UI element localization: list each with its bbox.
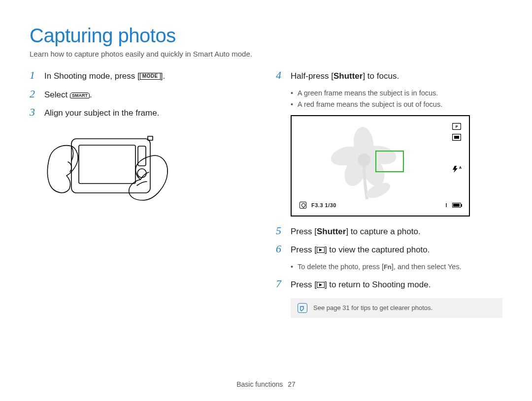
playback-icon xyxy=(317,282,325,288)
step-text: Press [Shutter] to capture a photo. xyxy=(291,225,502,238)
page-subtitle: Learn how to capture photos easily and q… xyxy=(30,50,502,58)
step5-pre: Press [ xyxy=(291,227,317,236)
svg-text:P: P xyxy=(456,125,458,128)
step-number: 5 xyxy=(276,224,285,237)
step-7: 7 Press [] to return to Shooting mode. xyxy=(276,278,502,291)
svg-text:A: A xyxy=(459,166,462,169)
step5-post: ] to capture a photo. xyxy=(346,227,420,236)
b-end: . xyxy=(460,263,462,271)
step-number: 4 xyxy=(276,69,285,82)
step2-pre: Select xyxy=(44,90,70,99)
footer-section: Basic functions xyxy=(236,380,283,388)
bullet: To delete the photo, press [Fn], and the… xyxy=(291,261,502,273)
step-number: 6 xyxy=(276,243,285,255)
step1-post: ]. xyxy=(161,71,165,81)
camera-holding-illustration xyxy=(44,126,256,212)
step-6: 6 Press [] to view the captured photo. xyxy=(276,243,502,256)
step-text: Align your subject in the frame. xyxy=(44,107,256,120)
b-pre: To delete the photo, press [ xyxy=(298,263,384,271)
step6-bullets: To delete the photo, press [Fn], and the… xyxy=(291,261,502,273)
step-number: 7 xyxy=(276,278,285,290)
step4-bullets: A green frame means the subject is in fo… xyxy=(291,88,502,110)
shutter-label: Shutter xyxy=(333,71,363,81)
b-mid: ], and then select xyxy=(392,263,448,271)
svg-point-9 xyxy=(358,154,370,166)
step-3: 3 Align your subject in the frame. xyxy=(30,106,256,120)
left-column: 1 In Shooting mode, press [MODE]. 2 Sele… xyxy=(30,69,256,318)
step-text: Press [] to view the captured photo. xyxy=(291,244,502,256)
single-shot-icon xyxy=(452,134,461,142)
step-5: 5 Press [Shutter] to capture a photo. xyxy=(276,224,502,238)
focus-frame xyxy=(375,151,404,172)
shutter-label: Shutter xyxy=(317,227,346,236)
step-text: In Shooting mode, press [MODE]. xyxy=(44,70,256,83)
step2-post: . xyxy=(90,90,92,99)
step-4: 4 Half-press [Shutter] to focus. xyxy=(276,69,502,83)
bullet: A red frame means the subject is out of … xyxy=(291,99,502,110)
photo-size-icon: P xyxy=(452,123,461,131)
svg-rect-1 xyxy=(79,145,135,184)
svg-rect-2 xyxy=(138,146,146,166)
note-text: See page 31 for tips to get clearer phot… xyxy=(313,304,432,311)
step-1: 1 In Shooting mode, press [MODE]. xyxy=(30,69,256,83)
step-text: Select SMART. xyxy=(44,89,256,101)
macro-icon xyxy=(299,202,306,209)
step1-pre: In Shooting mode, press [ xyxy=(44,71,140,81)
step6-pre: Press [ xyxy=(291,245,317,254)
page-title: Capturing photos xyxy=(30,25,502,47)
step-text: Press [] to return to Shooting mode. xyxy=(291,278,502,291)
mode-button-label: MODE xyxy=(140,73,161,80)
yes-label: Yes xyxy=(448,263,460,271)
step7-pre: Press [ xyxy=(291,280,317,289)
step-number: 3 xyxy=(30,106,38,119)
footer-page-number: 27 xyxy=(288,380,296,388)
page-footer: Basic functions 27 xyxy=(0,380,532,388)
step6-post: ] to view the captured photo. xyxy=(325,245,430,254)
bullet: A green frame means the subject is in fo… xyxy=(291,88,502,99)
exposure-readout: F3.3 1/30 xyxy=(311,202,336,208)
right-column: 4 Half-press [Shutter] to focus. A green… xyxy=(276,69,502,318)
battery-icon xyxy=(452,203,461,208)
svg-point-3 xyxy=(137,169,146,178)
note-icon xyxy=(298,303,307,313)
step-2: 2 Select SMART. xyxy=(30,88,256,101)
step-text: Half-press [Shutter] to focus. xyxy=(291,70,502,83)
step4-pre: Half-press [ xyxy=(291,71,333,81)
tip-note: See page 31 for tips to get clearer phot… xyxy=(291,298,502,318)
scale-mark: I xyxy=(445,202,447,208)
smart-auto-icon: SMART xyxy=(70,93,90,98)
svg-rect-14 xyxy=(454,136,459,139)
fn-button-label: Fn xyxy=(384,263,392,271)
step4-post: ] to focus. xyxy=(363,71,399,81)
playback-icon xyxy=(317,247,325,253)
step7-post: ] to return to Shooting mode. xyxy=(325,280,431,289)
step-number: 2 xyxy=(30,88,38,100)
flash-auto-icon: A xyxy=(452,165,462,174)
step-number: 1 xyxy=(30,69,38,82)
lcd-preview: P A F3.3 1/30 I xyxy=(291,115,470,216)
